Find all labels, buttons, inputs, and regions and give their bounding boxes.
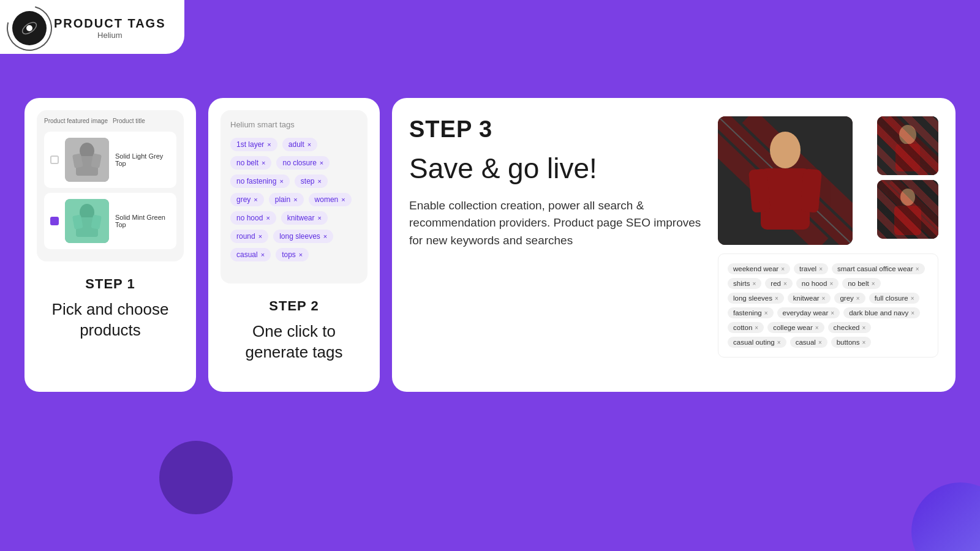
tag-item[interactable]: grey× [230,193,264,206]
header: PRODUCT TAGS Helium [0,0,184,54]
product-tag-item[interactable]: shirts× [728,278,761,289]
product1-checkbox[interactable] [50,156,59,164]
product-row-2: Solid Mint Green Top [44,193,176,249]
svg-rect-27 [895,144,920,171]
step2-card: Helium smart tags 1st layer×adult×no bel… [208,98,380,392]
product-tag-item[interactable]: travel× [794,263,828,274]
product-tag-item[interactable]: everyday wear× [777,307,840,318]
product1-label: Solid Light Grey Top [115,152,170,167]
svg-point-26 [899,125,916,144]
step1-description: Pick and choose products [37,299,184,341]
product2-label: Solid Mint Green Top [115,214,170,228]
main-product-image [718,116,853,245]
app-subtitle: Helium [54,31,166,40]
product2-image [65,199,109,243]
svg-rect-20 [748,168,771,212]
step2-number: STEP 2 [221,298,368,314]
product-tag-item[interactable]: grey× [834,293,865,304]
tags-container: 1st layer×adult×no belt×no closure×no fa… [230,138,358,261]
tag-item[interactable]: no hood× [230,211,276,225]
deco-circle-right [911,482,980,551]
step1-preview: Product featured image Product title [37,110,184,261]
step1-tabs: Product featured image Product title [44,118,176,124]
step3-left: STEP 3 Save & go live! Enable collection… [409,116,703,373]
product2-checkbox[interactable] [50,217,59,225]
product1-image [65,138,109,182]
product-tag-item[interactable]: long sleeves× [728,293,784,304]
product-tags-area: weekend wear×travel×smart casual office … [718,253,938,358]
product-tag-item[interactable]: no belt× [842,278,880,289]
tag-item[interactable]: long sleeves× [273,230,333,243]
tag-item[interactable]: adult× [282,138,317,151]
svg-point-1 [26,25,32,31]
tag-item[interactable]: step× [295,174,328,188]
deco-circle-left [159,441,233,514]
svg-point-18 [770,132,801,168]
step3-description: Enable collection creation, power all se… [409,197,703,250]
svg-line-30 [892,180,938,239]
tag-item[interactable]: no belt× [230,156,271,170]
product-tag-item[interactable]: red× [765,278,792,289]
product-images-grid [718,116,938,245]
svg-point-31 [900,189,915,206]
tag-item[interactable]: casual× [230,248,271,261]
main-content: Product featured image Product title [24,98,956,392]
app-title: PRODUCT TAGS [54,17,166,31]
side-image-1 [877,116,938,175]
step3-card: STEP 3 Save & go live! Enable collection… [392,98,956,392]
step3-headline: Save & go live! [409,152,703,185]
step3-right: weekend wear×travel×smart casual office … [718,116,938,373]
svg-line-24 [889,116,938,175]
step1-card: Product featured image Product title [24,98,196,392]
logo-icon [12,11,47,45]
tag-item[interactable]: 1st layer× [230,138,277,151]
product-tag-item[interactable]: cotton× [728,322,764,333]
svg-line-25 [877,116,926,175]
side-images [877,116,938,245]
product-tag-item[interactable]: knitwear× [788,293,831,304]
svg-rect-21 [800,168,822,212]
tag-item[interactable]: plain× [269,193,304,206]
svg-rect-22 [877,116,938,175]
product-tag-item[interactable]: buttons× [831,337,872,348]
step2-preview: Helium smart tags 1st layer×adult×no bel… [221,110,368,283]
svg-rect-28 [877,180,938,239]
product-tag-item[interactable]: dark blue and navy× [843,307,920,318]
product-tag-item[interactable]: casual outing× [728,337,786,348]
product-tag-item[interactable]: casual× [790,337,827,348]
product-tag-item[interactable]: weekend wear× [728,263,790,274]
step3-number: STEP 3 [409,116,703,143]
side-image-2 [877,180,938,239]
tag-item[interactable]: no fastening× [230,174,290,188]
product-tag-item[interactable]: checked× [828,322,872,333]
tag-item[interactable]: round× [230,230,268,243]
svg-line-23 [877,116,938,175]
step1-number: STEP 1 [37,276,184,292]
product-tag-item[interactable]: fastening× [728,307,774,318]
tag-item[interactable]: no closure× [276,156,330,170]
tag-item[interactable]: women× [309,193,352,206]
svg-rect-32 [894,206,921,235]
logo-text: PRODUCT TAGS Helium [54,17,166,40]
product-tag-item[interactable]: smart casual office wear× [832,263,925,274]
product-tag-item[interactable]: full closure× [869,293,920,304]
tab-product-title[interactable]: Product title [113,118,145,124]
tag-item[interactable]: tops× [276,248,309,261]
tab-featured-image[interactable]: Product featured image [44,118,108,124]
product-row-1: Solid Light Grey Top [44,132,176,188]
tag-item[interactable]: knitwear× [281,211,328,225]
svg-point-2 [21,20,38,36]
step2-description: One click to generate tags [221,321,368,363]
svg-point-0 [23,22,36,34]
svg-line-29 [877,180,938,239]
product-tag-item[interactable]: college wear× [767,322,824,333]
product-tag-item[interactable]: no hood× [796,278,839,289]
helium-tags-header: Helium smart tags [230,120,358,129]
